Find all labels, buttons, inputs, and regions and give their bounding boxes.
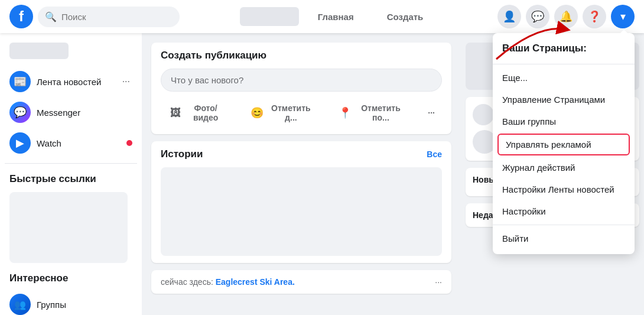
photo-video-label: Фото/видео — [184, 103, 227, 122]
left-sidebar: 📰 Лента новостей ··· 💬 Messenger ▶ Watch… — [0, 33, 142, 315]
more-actions-button[interactable]: ··· — [421, 99, 442, 127]
dropdown-divider-0 — [493, 64, 635, 64]
dropdown-item-manage-pages[interactable]: Управление Страницами — [493, 89, 635, 111]
check-in-label: Отметить по... — [355, 103, 407, 122]
location-post: ··· сейчас здесь: Eaglecrest Ski Area. — [151, 270, 451, 294]
create-post-card: Создать публикацию Что у вас нового? 🖼 Ф… — [151, 43, 451, 134]
dropdown-title: Ваши Страницы: — [493, 38, 635, 61]
sidebar-item-groups[interactable]: 👥 Группы — [5, 289, 137, 315]
watch-icon: ▶ — [9, 132, 31, 154]
groups-icon: 👥 — [9, 294, 31, 315]
create-post-title: Создать публикацию — [161, 50, 442, 61]
navbar-right: 👤 💬 🔔 ❓ ▾ — [497, 5, 635, 28]
newsfeed-more-icon[interactable]: ··· — [120, 74, 132, 89]
check-in-button[interactable]: 📍 Отметить по... — [329, 99, 417, 127]
quick-links-area — [9, 192, 128, 263]
dropdown-item-newsfeed-settings[interactable]: Настройки Ленты новостей — [493, 178, 635, 200]
location-icon: 📍 — [339, 106, 352, 119]
newsfeed-label: Лента новостей — [37, 77, 114, 87]
main-feed: Создать публикацию Что у вас нового? 🖼 Ф… — [142, 33, 461, 315]
sidebar-item-watch[interactable]: ▶ Watch — [5, 128, 137, 158]
location-prefix: сейчас здесь: — [161, 277, 216, 287]
dropdown-divider-1 — [493, 225, 635, 225]
dropdown-item-settings[interactable]: Настройки — [493, 200, 635, 222]
navbar-center: Главная Создать — [180, 7, 497, 27]
newsfeed-icon: 📰 — [9, 71, 31, 92]
help-icon-button[interactable]: ❓ — [583, 5, 606, 28]
location-link[interactable]: Eaglecrest Ski Area. — [216, 277, 295, 287]
tag-icon: 😊 — [251, 106, 264, 119]
tag-people-label: Отметить д... — [267, 103, 314, 122]
nav-home-button[interactable]: Главная — [304, 7, 368, 27]
location-more-button[interactable]: ··· — [435, 277, 442, 287]
create-post-input[interactable]: Что у вас нового? — [161, 69, 442, 92]
dropdown-item-logout[interactable]: Выйти — [493, 228, 635, 249]
messenger-label: Messenger — [37, 108, 132, 118]
tag-people-button[interactable]: 😊 Отметить д... — [241, 99, 324, 127]
messenger-icon: 💬 — [9, 102, 31, 123]
search-bar[interactable]: 🔍 — [38, 7, 180, 27]
quick-links-title: Быстрые ссылки — [5, 168, 137, 190]
create-post-actions: 🖼 Фото/видео 😊 Отметить д... 📍 Отметить … — [161, 99, 442, 127]
watch-badge — [126, 140, 132, 146]
photo-icon: 🖼 — [170, 107, 181, 119]
navbar: f 🔍 Главная Создать 👤 💬 🔔 ❓ ▾ — [0, 0, 644, 33]
dropdown-triangle — [618, 30, 630, 35]
sidebar-item-newsfeed[interactable]: 📰 Лента новостей ··· — [5, 66, 137, 97]
sidebar-divider-1 — [5, 163, 137, 164]
search-icon: 🔍 — [45, 11, 57, 22]
watch-label: Watch — [37, 138, 132, 148]
messenger-icon-button[interactable]: 💬 — [526, 5, 549, 28]
profile-placeholder — [9, 43, 69, 59]
sidebar-item-messenger[interactable]: 💬 Messenger — [5, 97, 137, 128]
dropdown-item-activity-log[interactable]: Журнал действий — [493, 157, 635, 178]
nav-create-button[interactable]: Создать — [373, 7, 438, 27]
photo-video-button[interactable]: 🖼 Фото/видео — [161, 99, 236, 127]
search-input[interactable] — [61, 12, 173, 22]
interesting-title: Интересное — [5, 268, 137, 289]
stories-title: Истории — [161, 148, 203, 160]
dropdown-item-groups[interactable]: Ваши группы — [493, 111, 635, 132]
notifications-icon-button[interactable]: 🔔 — [554, 5, 578, 28]
stories-all-link[interactable]: Все — [427, 150, 442, 159]
stories-card: Истории Все — [151, 141, 451, 263]
dropdown-item-more[interactable]: Еще... — [493, 67, 635, 89]
facebook-logo[interactable]: f — [9, 5, 33, 28]
groups-label: Группы — [37, 300, 132, 310]
account-dropdown-menu: Ваши Страницы: Еще... Управление Страниц… — [493, 33, 635, 254]
user-nav-placeholder — [240, 7, 299, 26]
stories-area — [161, 167, 442, 256]
stories-header: Истории Все — [161, 148, 442, 160]
account-menu-button[interactable]: ▾ — [611, 5, 635, 28]
people-icon-button[interactable]: 👤 — [497, 5, 521, 28]
dropdown-item-manage-ads[interactable]: Управлять рекламой — [497, 134, 630, 155]
